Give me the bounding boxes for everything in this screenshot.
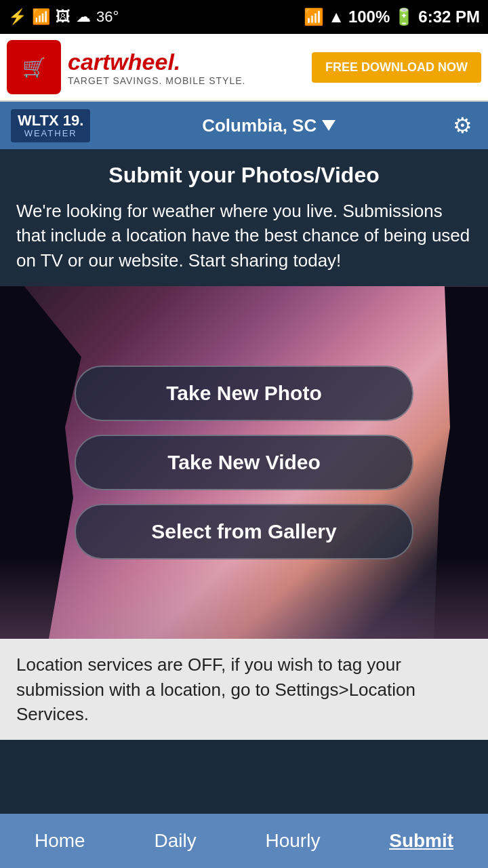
cartwheel-brand: cartwheel. — [68, 49, 245, 75]
photo-section: Take New Photo Take New Video Select fro… — [0, 286, 488, 639]
action-buttons-container: Take New Photo Take New Video Select fro… — [75, 366, 413, 559]
nav-home[interactable]: Home — [21, 823, 99, 859]
logo-wltx-text: WLTX 19. — [18, 113, 83, 128]
battery-icon: 🔋 — [394, 7, 414, 26]
submit-section: Submit your Photos/Video We're looking f… — [0, 149, 488, 286]
ad-text-block: cartwheel. TARGET SAVINGS. MOBILE STYLE. — [68, 49, 245, 86]
logo-box: WLTX 19. WEATHER — [11, 109, 90, 142]
nav-submit[interactable]: Submit — [375, 823, 467, 859]
wltx-logo: WLTX 19. WEATHER — [11, 109, 90, 142]
location-notice: Location services are OFF, if you wish t… — [0, 639, 488, 740]
settings-button[interactable]: ⚙ — [447, 111, 477, 140]
ad-banner[interactable]: 🛒 cartwheel. TARGET SAVINGS. MOBILE STYL… — [0, 34, 488, 102]
status-right-icons: 📶 ▲ 100% 🔋 6:32 PM — [304, 7, 480, 26]
temp-display: 36° — [96, 8, 119, 26]
location-display[interactable]: Columbia, SC — [202, 115, 336, 136]
status-left-icons: ⚡ 📶 🖼 ☁ 36° — [8, 8, 119, 26]
signal-icon: ▲ — [328, 7, 344, 26]
clock: 6:32 PM — [418, 7, 480, 26]
bottom-nav: Home Daily Hourly Submit — [0, 814, 488, 868]
submit-title: Submit your Photos/Video — [16, 163, 472, 188]
cart-icon: 🛒 — [22, 56, 46, 79]
water-reflection — [0, 557, 488, 639]
nav-hourly[interactable]: Hourly — [251, 823, 333, 859]
wifi-icon: 📶 — [304, 7, 324, 26]
weather-icon: ☁ — [76, 8, 91, 26]
nav-daily[interactable]: Daily — [140, 823, 209, 859]
submit-description: We're looking for weather where you live… — [16, 199, 472, 273]
logo-weather-text: WEATHER — [18, 128, 83, 138]
ad-download-button[interactable]: FREE DOWNLOAD NOW — [312, 52, 481, 83]
select-gallery-button[interactable]: Select from Gallery — [75, 504, 413, 559]
usb-icon: ⚡ — [8, 8, 26, 26]
battery-percent: 100% — [348, 7, 390, 26]
take-video-button[interactable]: Take New Video — [75, 435, 413, 490]
image-icon: 🖼 — [56, 8, 70, 26]
ad-brand-left: 🛒 cartwheel. TARGET SAVINGS. MOBILE STYL… — [7, 40, 245, 94]
target-logo-box: 🛒 — [7, 40, 61, 94]
ad-tagline: TARGET SAVINGS. MOBILE STYLE. — [68, 75, 245, 86]
location-notice-text: Location services are OFF, if you wish t… — [16, 652, 472, 726]
take-photo-button[interactable]: Take New Photo — [75, 366, 413, 421]
status-bar: ⚡ 📶 🖼 ☁ 36° 📶 ▲ 100% 🔋 6:32 PM — [0, 0, 488, 34]
location-text: Columbia, SC — [202, 115, 317, 136]
location-dropdown-icon — [322, 120, 336, 131]
gear-icon: ⚙ — [453, 113, 472, 138]
app-header: WLTX 19. WEATHER Columbia, SC ⚙ — [0, 102, 488, 149]
battery-gauge-icon: 📶 — [32, 8, 50, 26]
